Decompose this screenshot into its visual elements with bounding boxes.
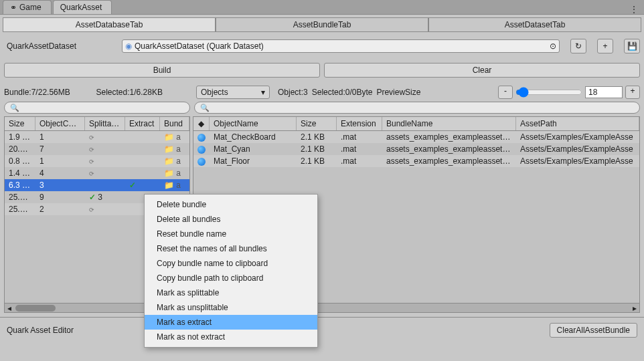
subtab-assetbundle[interactable]: AssetBundleTab bbox=[216, 17, 428, 32]
material-icon bbox=[197, 158, 206, 166]
ctx-mark-as-unsplittable[interactable]: Mark as unsplittable bbox=[145, 300, 317, 315]
ctx-mark-as-extract[interactable]: Mark as extract bbox=[145, 315, 317, 330]
object-count: Object:3 bbox=[278, 88, 308, 97]
object-icon: ◉ bbox=[125, 41, 132, 51]
ctx-copy-bundle-path-to-clipboard[interactable]: Copy bundle path to clipboard bbox=[145, 271, 317, 285]
col-size[interactable]: Size bbox=[5, 117, 35, 130]
ctx-mark-as-not-extract[interactable]: Mark as not extract bbox=[145, 330, 317, 344]
dataset-field[interactable]: ◉ ⊙ bbox=[122, 39, 560, 53]
refresh-button[interactable]: ↻ bbox=[570, 39, 586, 53]
bundle-status: Bundle:7/22.56MB bbox=[4, 88, 96, 97]
ctx-copy-bundle-name-to-clipboard[interactable]: Copy bundle name to clipboard bbox=[145, 256, 317, 271]
col-objectname[interactable]: ObjectName bbox=[210, 117, 297, 130]
col-objectcount[interactable]: ObjectCoun bbox=[35, 117, 85, 130]
tab-game[interactable]: ⚭Game bbox=[3, 0, 52, 14]
selected-bytes: Selected:0/0Byte bbox=[312, 88, 373, 97]
subtab-assetdatabase[interactable]: AssetDatabaseTab bbox=[3, 17, 216, 32]
ctx-mark-as-splittable[interactable]: Mark as splittable bbox=[145, 285, 317, 300]
col-assetpath[interactable]: AssetPath bbox=[516, 117, 639, 130]
dataset-label: QuarkAssetDataset bbox=[7, 41, 114, 51]
table-row[interactable]: 1.9 MB1⟳📁 a bbox=[5, 131, 189, 143]
material-icon bbox=[197, 134, 206, 142]
ctx-reset-bundle-name[interactable]: Reset bundle name bbox=[145, 227, 317, 241]
table-row[interactable]: 20.6 M7⟳📁 a bbox=[5, 143, 189, 155]
col-object-size[interactable]: Size bbox=[297, 117, 337, 130]
ctx-delete-bundle[interactable]: Delete bundle bbox=[145, 197, 317, 212]
selected-status: Selected:1/6.28KB bbox=[96, 88, 189, 97]
table-row[interactable]: Mat_CheckBoard2.1 KB.matassets_examples_… bbox=[193, 131, 639, 143]
col-icon[interactable]: ◆ bbox=[193, 117, 210, 130]
scrollbar[interactable] bbox=[14, 304, 630, 312]
table-row[interactable]: Mat_Cyan2.1 KB.matassets_examples_exampl… bbox=[193, 143, 639, 155]
col-extension[interactable]: Extension bbox=[337, 117, 382, 130]
dataset-input[interactable] bbox=[135, 41, 550, 51]
subtab-assetdataset[interactable]: AssetDatasetTab bbox=[428, 17, 641, 32]
save-button[interactable]: 💾 bbox=[624, 39, 640, 53]
plus-icon: + bbox=[602, 41, 607, 51]
minus-button[interactable]: - bbox=[498, 86, 513, 99]
col-bundle[interactable]: Bund bbox=[160, 117, 189, 130]
scroll-right[interactable]: ▸ bbox=[630, 304, 639, 312]
material-icon bbox=[197, 146, 206, 154]
objects-dropdown[interactable]: Objects▾ bbox=[196, 86, 270, 99]
preview-size-value[interactable] bbox=[585, 86, 623, 98]
link-icon: ⚭ bbox=[10, 3, 17, 12]
scroll-left[interactable]: ◂ bbox=[5, 304, 14, 312]
add-button[interactable]: + bbox=[597, 39, 613, 53]
table-row[interactable]: 1.4 KB4⟳📁 a bbox=[5, 167, 189, 179]
build-button[interactable]: Build bbox=[4, 63, 320, 78]
preview-slider[interactable] bbox=[515, 87, 582, 98]
chevron-down-icon: ▾ bbox=[261, 88, 265, 97]
search-left[interactable] bbox=[4, 102, 190, 114]
preview-size-label: PreviewSize bbox=[376, 88, 420, 97]
refresh-icon: ↻ bbox=[575, 41, 582, 51]
ctx-delete-all-bundles[interactable]: Delete all bundles bbox=[145, 212, 317, 227]
save-icon: 💾 bbox=[627, 41, 637, 51]
picker-icon[interactable]: ⊙ bbox=[550, 41, 556, 51]
tab-quarkasset[interactable]: QuarkAsset bbox=[53, 0, 112, 14]
clear-all-assetbundle-button[interactable]: ClearAllAssetBundle bbox=[550, 323, 637, 338]
table-row[interactable]: Mat_Floor2.1 KB.matassets_examples_examp… bbox=[193, 155, 639, 167]
table-row[interactable]: 0.8 KB1⟳📁 a bbox=[5, 155, 189, 167]
clear-button[interactable]: Clear bbox=[324, 63, 640, 78]
footer-label: Quark Asset Editor bbox=[7, 326, 74, 335]
col-bundlename[interactable]: BundleName bbox=[382, 117, 516, 130]
kebab-menu-icon[interactable]: ⋮ bbox=[630, 5, 639, 14]
table-row[interactable]: 6.3 KB3✓📁 a bbox=[5, 179, 189, 191]
context-menu: Delete bundleDelete all bundlesReset bun… bbox=[144, 194, 318, 348]
ctx-reset-the-names-of-all-bundles[interactable]: Reset the names of all bundles bbox=[145, 241, 317, 256]
col-extract[interactable]: Extract bbox=[125, 117, 160, 130]
col-splittable[interactable]: Splittable bbox=[85, 117, 125, 130]
plus-button[interactable]: + bbox=[625, 86, 640, 99]
search-right[interactable] bbox=[194, 102, 640, 114]
